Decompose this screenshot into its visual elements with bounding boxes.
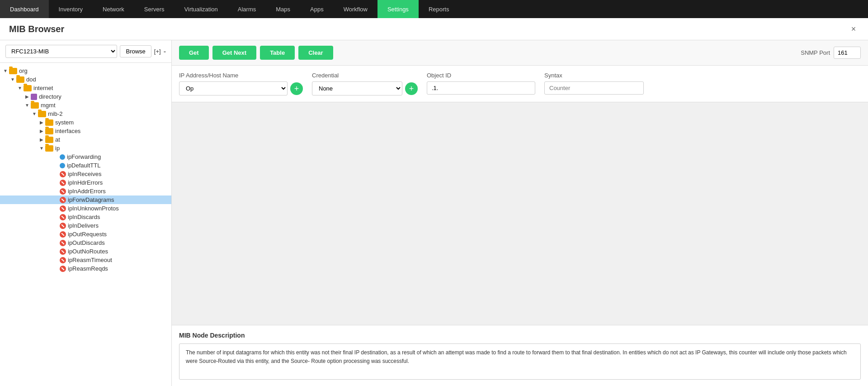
no-icon-ipInUnknownProtos <box>60 205 66 212</box>
credential-select[interactable]: None <box>312 81 402 95</box>
mib-description-section: MIB Node Description The number of input… <box>172 325 868 386</box>
ip-add-button[interactable]: + <box>290 82 303 95</box>
nav-item-virtualization[interactable]: Virtualization <box>175 0 228 18</box>
tree-node-interfaces[interactable]: ▶ interfaces <box>0 127 171 135</box>
tree-node-ipOutDiscards[interactable]: ipOutDiscards <box>0 238 171 247</box>
tree-node-dod[interactable]: ▼ dod <box>0 75 171 84</box>
clear-button[interactable]: Clear <box>298 46 333 60</box>
folder-icon-org <box>9 68 17 74</box>
tree-node-directory[interactable]: ▶ directory <box>0 92 171 101</box>
tree-node-at[interactable]: ▶ at <box>0 135 171 144</box>
page-container: MIB Browser × RFC1213-MIB Browse [+] - ▼ <box>0 18 868 386</box>
nav-item-reports[interactable]: Reports <box>419 0 459 18</box>
folder-icon-mib2 <box>38 111 46 117</box>
mib-selector-dropdown[interactable]: RFC1213-MIB <box>5 45 117 58</box>
top-navigation: DashboardInventoryNetworkServersVirtuali… <box>0 0 868 18</box>
folder-icon-interfaces <box>45 128 53 134</box>
toggle-system[interactable]: ▶ <box>38 120 45 125</box>
close-button[interactable]: × <box>848 24 859 34</box>
tree-node-org[interactable]: ▼ org <box>0 67 171 75</box>
credential-field-group: Credential None + <box>312 72 418 95</box>
toggle-ip[interactable]: ▼ <box>38 146 45 151</box>
tree-node-ipDefaultTTL[interactable]: ipDefaultTTL <box>0 161 171 170</box>
tree-node-ipOutRequests[interactable]: ipOutRequests <box>0 230 171 238</box>
tree-node-ipOutNoRoutes[interactable]: ipOutNoRoutes <box>0 247 171 256</box>
no-icon-ipInReceives <box>60 171 66 177</box>
nav-item-dashboard[interactable]: Dashboard <box>0 0 49 18</box>
ip-address-label: IP Address/Host Name <box>179 72 303 79</box>
no-icon-ipInAddrErrors <box>60 188 66 195</box>
folder-icon-dod <box>16 76 24 83</box>
toggle-mib2[interactable]: ▼ <box>31 111 38 116</box>
nav-item-maps[interactable]: Maps <box>266 0 300 18</box>
folder-icon-internet <box>24 85 32 91</box>
main-content: RFC1213-MIB Browse [+] - ▼ org ▼ <box>0 40 868 386</box>
nav-item-settings[interactable]: Settings <box>377 0 419 18</box>
tree-node-ipInUnknownProtos[interactable]: ipInUnknownProtos <box>0 204 171 213</box>
tree-node-ipForwarding[interactable]: ipForwarding <box>0 152 171 161</box>
credential-add-button[interactable]: + <box>405 82 418 95</box>
tree-node-ipInDelivers[interactable]: ipInDelivers <box>0 221 171 230</box>
object-id-input[interactable] <box>427 81 535 95</box>
nav-item-network[interactable]: Network <box>93 0 134 18</box>
nav-item-apps[interactable]: Apps <box>300 0 334 18</box>
toggle-org[interactable]: ▼ <box>2 68 9 73</box>
toggle-at[interactable]: ▶ <box>38 137 45 142</box>
syntax-input[interactable] <box>544 81 644 95</box>
tree-node-ipForwDatagrams[interactable]: ipForwDatagrams <box>0 195 171 204</box>
mib-tree: ▼ org ▼ dod ▼ internet <box>0 63 171 386</box>
no-icon-ipInHdrErrors <box>60 180 66 186</box>
mib-description-title: MIB Node Description <box>179 332 861 339</box>
nav-item-alarms[interactable]: Alarms <box>228 0 266 18</box>
nav-item-workflow[interactable]: Workflow <box>334 0 377 18</box>
object-id-label: Object ID <box>427 72 535 79</box>
tree-node-ipReasmReqds[interactable]: ipReasmReqds <box>0 264 171 273</box>
credential-label: Credential <box>312 72 418 79</box>
folder-icon-at <box>45 137 53 143</box>
browse-button[interactable]: Browse <box>120 45 151 57</box>
nav-item-inventory[interactable]: Inventory <box>49 0 93 18</box>
no-icon-ipInDiscards <box>60 214 66 220</box>
snmp-port-input[interactable] <box>834 47 861 59</box>
tree-node-ipInAddrErrors[interactable]: ipInAddrErrors <box>0 187 171 195</box>
tree-node-ip[interactable]: ▼ ip <box>0 144 171 152</box>
blue-icon-ipForwarding <box>60 154 65 160</box>
syntax-field-row <box>544 81 644 95</box>
tree-node-ipInHdrErrors[interactable]: ipInHdrErrors <box>0 178 171 187</box>
tree-node-ipReasmTimeout[interactable]: ipReasmTimeout <box>0 256 171 264</box>
page-title: MIB Browser <box>9 24 64 34</box>
tree-node-ipInDiscards[interactable]: ipInDiscards <box>0 213 171 221</box>
no-icon-ipOutDiscards <box>60 240 66 246</box>
remove-mib-button[interactable]: - <box>164 48 166 56</box>
tree-node-ipInReceives[interactable]: ipInReceives <box>0 170 171 178</box>
no-icon-ipForwDatagrams <box>60 197 66 203</box>
tree-node-system[interactable]: ▶ system <box>0 118 171 127</box>
folder-icon-mgmt <box>31 102 39 109</box>
get-button[interactable]: Get <box>179 46 209 60</box>
ip-field-group: IP Address/Host Name Op + <box>179 72 303 95</box>
object-id-field-row <box>427 81 535 95</box>
toggle-interfaces[interactable]: ▶ <box>38 129 45 133</box>
ip-field-row: Op + <box>179 81 303 95</box>
credential-field-row: None + <box>312 81 418 95</box>
tree-node-mib2[interactable]: ▼ mib-2 <box>0 110 171 118</box>
tree-node-mgmt[interactable]: ▼ mgmt <box>0 101 171 110</box>
tree-node-internet[interactable]: ▼ internet <box>0 84 171 92</box>
toggle-directory[interactable]: ▶ <box>24 94 31 99</box>
no-icon-ipOutRequests <box>60 231 66 238</box>
syntax-field-group: Syntax <box>544 72 644 95</box>
add-mib-button[interactable]: [+] <box>154 48 161 55</box>
object-id-field-group: Object ID <box>427 72 535 95</box>
mib-description-text: The number of input datagrams for which … <box>179 343 861 380</box>
get-next-button[interactable]: Get Next <box>212 46 256 60</box>
folder-icon-system <box>45 119 53 126</box>
table-button[interactable]: Table <box>260 46 295 60</box>
nav-item-servers[interactable]: Servers <box>134 0 175 18</box>
no-icon-ipReasmTimeout <box>60 257 66 263</box>
page-header: MIB Browser × <box>0 18 868 40</box>
ip-address-select[interactable]: Op <box>179 81 288 95</box>
toggle-internet[interactable]: ▼ <box>16 86 24 91</box>
toggle-dod[interactable]: ▼ <box>9 77 16 82</box>
toggle-mgmt[interactable]: ▼ <box>24 103 31 108</box>
fields-row: IP Address/Host Name Op + Credential Non… <box>172 66 868 102</box>
